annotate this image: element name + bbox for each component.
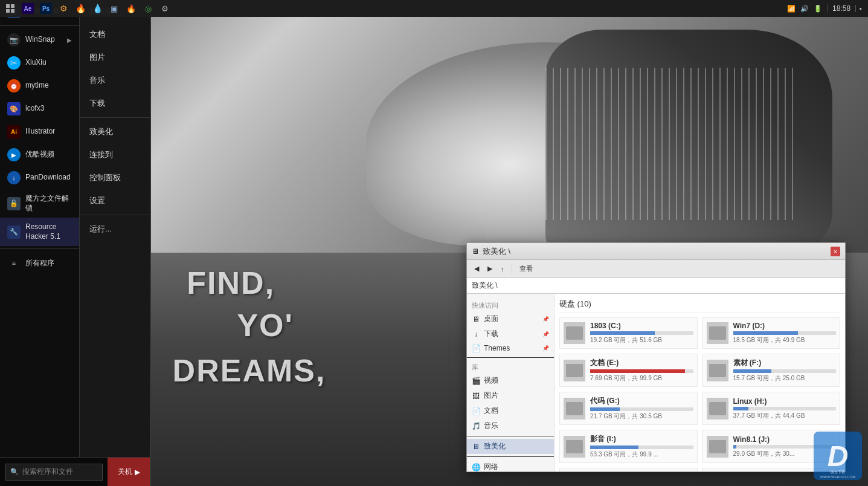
drive-name: 素材 (F:) — [733, 358, 837, 368]
right-item-settings[interactable]: 设置 — [80, 189, 150, 212]
fm-address-bar[interactable]: 致美化 \ — [467, 278, 845, 294]
drive-item[interactable]: 影音 (I:) 53.3 GB 可用，共 99.9 ... — [559, 430, 698, 463]
menu-divider-2 — [0, 248, 79, 249]
toolbar-separator — [512, 264, 512, 274]
monitor-icon[interactable]: ▣ — [109, 3, 120, 14]
sidebar-item-downloads[interactable]: ↓ 下载 📌 — [467, 326, 554, 342]
right-item-downloads[interactable]: 下载 — [80, 92, 150, 115]
drive-free-space: 37.7 GB 可用，共 44.4 GB — [733, 412, 837, 420]
drive-bar-container — [590, 331, 693, 335]
drive-icon — [707, 398, 728, 420]
drive-icon-inner — [566, 364, 583, 377]
drive-bar — [733, 407, 749, 410]
shutdown-button[interactable]: 关机 ▶ — [108, 458, 150, 487]
fm-content: 硬盘 (10) 1803 (C:) 19.2 GB 可用，共 51.6 GB W… — [555, 294, 845, 471]
drive-item[interactable]: 1803 (C:) 19.2 GB 可用，共 51.6 GB — [559, 317, 698, 349]
right-item-beautify2[interactable]: 致美化 — [80, 120, 150, 143]
right-item-run[interactable]: 运行... — [80, 218, 150, 241]
sidebar-zhifu-label: 致美化 — [484, 441, 506, 452]
sidebar-item-pictures[interactable]: 🖼 图片 — [467, 388, 554, 403]
drive-item[interactable]: 1809 (K:) 6.54 GB 可用，共 25.7 GB — [559, 468, 698, 471]
drive-item[interactable]: 代码 (G:) 21.7 GB 可用，共 30.5 GB — [559, 392, 698, 425]
fire-icon[interactable]: 🔥 — [75, 3, 86, 14]
fm-back-button[interactable]: ◀ — [471, 264, 483, 274]
shutdown-arrow-icon: ▶ — [135, 468, 140, 476]
taskbar-separator — [827, 4, 828, 13]
drive-name: 1803 (C:) — [590, 322, 693, 330]
right-divider-2 — [80, 215, 150, 215]
right-item-music[interactable]: 音乐 — [80, 69, 150, 92]
menu-item-resource-hacker[interactable]: 🔧 Resource Hacker 5.1 — [0, 218, 79, 246]
quick-access-header: 快速访问 — [467, 299, 554, 311]
fm-close-button[interactable]: × — [831, 247, 840, 256]
library-section: 库 🎬 视频 🖼 图片 📄 文档 🎵 音乐 — [467, 360, 554, 433]
drive-bar — [733, 331, 798, 335]
fm-view-button[interactable]: 查看 — [516, 263, 536, 274]
video-icon: 🎬 — [472, 377, 480, 385]
ps-icon[interactable]: Ps — [40, 3, 52, 14]
circle-icon[interactable]: ◎ — [143, 3, 153, 14]
menu-divider-1 — [0, 25, 79, 26]
right-item-connect-to[interactable]: 连接到 — [80, 143, 150, 166]
drive-bar-container — [590, 446, 693, 449]
drive-free-space: 53.3 GB 可用，共 99.9 ... — [590, 450, 693, 459]
taskbar-left: Ae Ps ⚙ 🔥 💧 ▣ 🔥 ◎ ⚙ — [0, 3, 175, 14]
downloads-sidebar-icon: ↓ — [472, 330, 480, 339]
ae-icon[interactable]: Ae — [22, 3, 34, 14]
drive-item[interactable]: Win7 (D:) 18.5 GB 可用，共 49.9 GB — [702, 317, 841, 349]
control-panel-label: 控制面板 — [89, 172, 121, 183]
menu-item-winsnap[interactable]: 📷 WinSnap ▶ — [0, 28, 79, 51]
drive-item[interactable]: 素材 (F:) 15.7 GB 可用，共 25.0 GB — [702, 354, 841, 387]
right-item-control-panel[interactable]: 控制面板 — [80, 166, 150, 189]
drive-item[interactable]: 文档 (E:) 7.69 GB 可用，共 99.9 GB — [559, 354, 698, 387]
start-menu: ⊞ "开始"屏幕 📷 WinSnap ▶ ✂ XiuXiu ⏰ mytime 🎨… — [0, 0, 150, 486]
torch-icon[interactable]: 🔥 — [126, 3, 137, 14]
right-item-documents[interactable]: 文档 — [80, 23, 150, 46]
drive-icon-inner — [566, 440, 583, 453]
taskbar-right: 📶 🔊 🔋 18:58 ▪ — [781, 4, 868, 13]
sidebar-item-docs[interactable]: 📄 文档 — [467, 403, 554, 418]
start-button[interactable] — [5, 3, 16, 14]
fm-up-button[interactable]: ↑ — [497, 264, 508, 274]
sidebar-item-zhifu[interactable]: 🖥 致美化 — [467, 439, 554, 454]
menu-item-illustrator[interactable]: Ai Illustrator — [0, 120, 79, 143]
drive-icon-inner — [709, 440, 726, 453]
sidebar-item-network[interactable]: 🌐 网络 — [467, 459, 554, 471]
watermark: D 微当下载WWW.WEIDOU.COM — [814, 432, 862, 480]
downloads-pin-icon: 📌 — [542, 331, 549, 337]
drive-free-space: 18.5 GB 可用，共 49.9 GB — [733, 336, 837, 345]
search-bar[interactable]: 🔍 搜索程序和文件 — [5, 464, 103, 481]
settings-icon[interactable]: ⚙ — [159, 3, 170, 14]
sidebar-divider-3 — [467, 456, 554, 457]
xiuxiu-label: XiuXiu — [25, 58, 47, 68]
settings-label: 设置 — [89, 195, 105, 206]
sidebar-item-music[interactable]: 🎵 音乐 — [467, 418, 554, 433]
menu-item-icofx3[interactable]: 🎨 icofx3 — [0, 97, 79, 120]
fm-title: 致美化 \ — [483, 246, 827, 257]
menu-item-all-programs[interactable]: ≡ 所有程序 — [0, 251, 79, 274]
mytime-label: mytime — [25, 81, 49, 91]
taskbar-show-desktop[interactable]: ▪ — [855, 5, 862, 12]
sidebar-item-video[interactable]: 🎬 视频 — [467, 373, 554, 388]
all-programs-label: 所有程序 — [25, 259, 54, 268]
drive-bar — [590, 369, 685, 373]
drive-item[interactable]: Linux (H:) 37.7 GB 可用，共 44.4 GB — [702, 392, 841, 425]
drive-bar — [733, 369, 771, 373]
drive-free-space: 15.7 GB 可用，共 25.0 GB — [733, 374, 837, 383]
sidebar-music-label: 音乐 — [484, 421, 498, 431]
sidebar-item-desktop[interactable]: 🖥 桌面 📌 — [467, 311, 554, 326]
sidebar-pictures-label: 图片 — [484, 390, 498, 401]
sidebar-downloads-label: 下载 — [484, 329, 498, 339]
menu-item-magic-unzip[interactable]: 🔓 魔方之文件解锁 — [0, 189, 79, 218]
menu-item-youku[interactable]: ▶ 优酷视频 — [0, 143, 79, 166]
menu-item-xiuxiu[interactable]: ✂ XiuXiu — [0, 51, 79, 74]
menu-item-pandownload[interactable]: ↓ PanDownload — [0, 166, 79, 189]
sidebar-item-themes[interactable]: 📄 Themes 📌 — [467, 342, 554, 355]
fm-forward-button[interactable]: ▶ — [484, 264, 496, 274]
water-icon[interactable]: 💧 — [92, 3, 103, 14]
right-item-pictures[interactable]: 图片 — [80, 46, 150, 69]
sidebar-video-label: 视频 — [484, 375, 498, 386]
gear-icon[interactable]: ⚙ — [58, 3, 69, 14]
menu-item-mytime[interactable]: ⏰ mytime — [0, 74, 79, 97]
right-divider-1 — [80, 117, 150, 118]
